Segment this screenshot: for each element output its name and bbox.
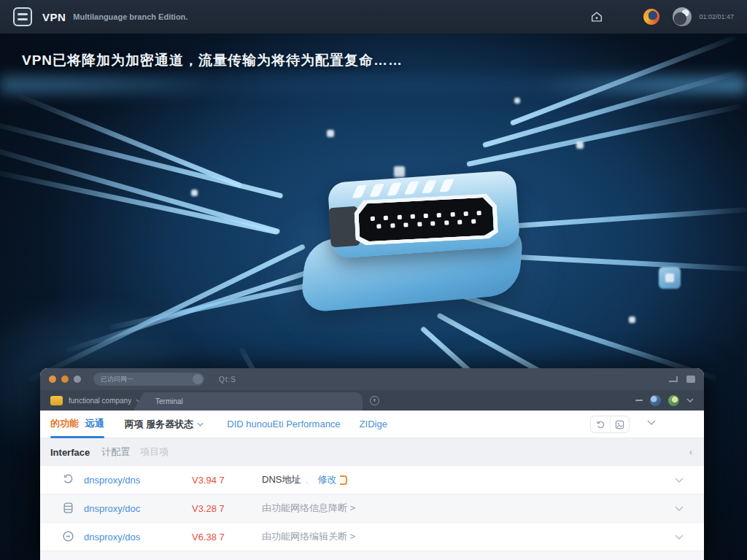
titlebar-controls xyxy=(669,376,695,383)
nav-tab-performance[interactable]: DID hunouEti Performance xyxy=(227,419,340,429)
address-text: 已访问网一 xyxy=(101,376,133,383)
table-row[interactable]: dnsproxy/doc V3.28 7 由功能网络信息降断 > xyxy=(40,494,704,523)
firefox-browser-icon[interactable] xyxy=(643,9,659,25)
row-description: 由功能网络编辑关断 > xyxy=(262,530,355,543)
user-avatar[interactable] xyxy=(673,7,692,26)
header-clock: 01:02/01:47 xyxy=(699,13,734,20)
window-titlebar: 已访问网一 Qt:S xyxy=(40,368,704,390)
window-tabbar: functional company Terminal + xyxy=(40,390,704,411)
hamburger-menu-icon[interactable] xyxy=(617,9,630,24)
header-actions: 01:02/01:47 xyxy=(589,7,734,26)
row-description: DNS地址 xyxy=(262,473,301,486)
edit-link[interactable]: 修改 xyxy=(317,473,336,486)
refresh-icon[interactable] xyxy=(591,416,610,432)
service-version: V3.94 7 xyxy=(192,475,262,486)
service-name[interactable]: dnsproxy/doc xyxy=(84,503,192,514)
window-close-button[interactable] xyxy=(49,376,56,383)
tab-primary[interactable]: functional company xyxy=(69,397,131,405)
table-row[interactable]: dnsproxy/dns V3.94 7 DNS地址 、 修改 xyxy=(40,466,704,494)
row-separator: 、 xyxy=(305,475,313,486)
tab-active[interactable]: Terminal xyxy=(133,392,363,411)
chevron-down-icon[interactable] xyxy=(675,478,684,483)
nav-tab-server-status[interactable]: 两项 服务器状态 xyxy=(125,418,204,431)
nav-tab-active[interactable]: 的功能 远通 xyxy=(50,417,104,432)
chevron-down-icon[interactable] xyxy=(647,420,656,425)
address-bar[interactable]: 已访问网一 xyxy=(93,373,204,386)
chevron-down-icon[interactable] xyxy=(675,534,684,540)
app-logo-icon[interactable] xyxy=(13,7,32,26)
database-icon xyxy=(62,502,75,515)
circle-dash-icon xyxy=(62,530,75,543)
section-subtitle-2: 项目项 xyxy=(140,446,169,459)
tabbar-controls xyxy=(635,390,694,411)
sync-circle-icon xyxy=(62,473,75,486)
nav-tab-server-status-label: 两项 服务器状态 xyxy=(125,418,194,431)
app-subtitle: Multilanguage branch Edition. xyxy=(73,12,187,21)
app-window: 已访问网一 Qt:S functional company Terminal + xyxy=(40,368,704,560)
titlebar-label: Qt:S xyxy=(219,376,236,384)
section-title: Interface xyxy=(50,447,90,458)
hero-headline: VPN已将降加为加密通道，流量传输为将待为配置复命…… xyxy=(22,51,403,70)
profile-green-icon[interactable] xyxy=(668,395,679,406)
nav-tab-more[interactable]: ZIDige xyxy=(360,419,387,429)
chevron-down-icon[interactable] xyxy=(686,398,694,402)
window-minimize-button[interactable] xyxy=(61,376,69,383)
section-subtitle-1: 计配置 xyxy=(101,446,130,459)
address-bar-cap xyxy=(193,374,203,384)
service-version: V3.28 7 xyxy=(192,503,262,514)
window-zoom-button[interactable] xyxy=(74,376,81,383)
service-name[interactable]: dnsproxy/dns xyxy=(84,475,192,486)
new-tab-button[interactable]: + xyxy=(370,396,379,405)
active-tab-underline xyxy=(50,436,104,438)
table-row-partial xyxy=(40,551,704,560)
restore-icon[interactable] xyxy=(669,376,678,382)
nav-tab-active-label-orange: 的功能 xyxy=(50,418,79,429)
nav-toolbar-group xyxy=(590,416,630,433)
service-version: V6.38 7 xyxy=(192,532,262,542)
section-header: Interface 计配置 项目项 ‹ xyxy=(40,438,704,466)
app-header: VPN Multilanguage branch Edition. 01:02/… xyxy=(0,0,747,34)
chevron-down-icon[interactable] xyxy=(675,506,684,511)
home-icon[interactable] xyxy=(589,9,604,24)
section-collapse-icon[interactable]: ‹ xyxy=(689,447,694,457)
table-row[interactable]: dnsproxy/dos V6.38 7 由功能网络编辑关断 > xyxy=(40,523,704,551)
service-name[interactable]: dnsproxy/dos xyxy=(84,532,192,542)
nav-tab-active-label-blue: 远通 xyxy=(85,418,104,429)
row-description: 由功能网络信息降断 > xyxy=(262,502,355,515)
panel-icon[interactable] xyxy=(686,376,695,383)
document-image-icon[interactable] xyxy=(610,416,629,432)
app-favicon xyxy=(50,396,63,405)
app-title: VPN xyxy=(42,11,66,23)
bracket-icon xyxy=(340,475,347,485)
nav-tabs-row: 的功能 远通 两项 服务器状态 DID hunouEti Performance… xyxy=(40,411,704,438)
profile-blue-icon[interactable] xyxy=(650,395,661,406)
minimize-icon[interactable] xyxy=(635,400,643,401)
